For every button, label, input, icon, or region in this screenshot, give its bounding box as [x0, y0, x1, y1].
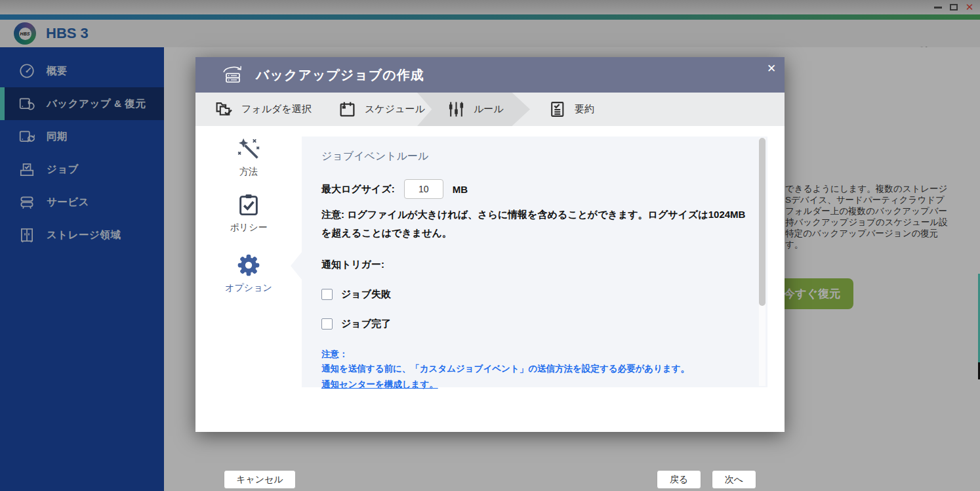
max-log-size-input[interactable] [404, 179, 443, 199]
step-label: ルール [474, 103, 504, 116]
dialog-title: バックアップジョブの作成 [256, 66, 424, 84]
dialog-header: バックアップジョブの作成 ✕ [195, 57, 785, 93]
gear-icon [237, 253, 260, 277]
checkbox-job-completed[interactable] [321, 318, 333, 330]
checkbox-row-job-failed: ジョブ失敗 [321, 288, 748, 301]
dialog-nav-label: ポリシー [195, 222, 302, 234]
dialog-nav-options[interactable]: オプション [195, 253, 302, 294]
dialog-nav-label: 方法 [195, 166, 302, 178]
folder-check-icon [215, 100, 233, 118]
max-log-size-unit: MB [453, 184, 468, 195]
calendar-icon [338, 100, 356, 118]
options-panel: ジョブイベントルール 最大ログサイズ: MB 注意: ログファイルが大きければ、… [302, 137, 767, 387]
checkbox-label: ジョブ完了 [341, 318, 391, 330]
wizard-steps: フォルダを選択 スケジュール [195, 93, 785, 126]
back-button[interactable]: 戻る [657, 470, 701, 489]
checkbox-row-job-completed: ジョブ完了 [321, 317, 748, 330]
max-log-size-row: 最大ログサイズ: MB [321, 179, 748, 199]
notice-block: 注意： 通知を送信する前に、「カスタムジョブイベント」の送信方法を設定する必要が… [321, 347, 748, 392]
step-summary[interactable]: 要約 [548, 93, 594, 126]
notification-trigger-label: 通知トリガー: [321, 259, 748, 271]
backup-job-icon [220, 64, 245, 86]
panel-notch [291, 252, 302, 280]
dialog-nav-method[interactable]: 方法 [195, 137, 302, 178]
next-button[interactable]: 次へ [712, 470, 756, 489]
magic-wand-icon [237, 137, 260, 161]
scrollbar-thumb[interactable] [759, 138, 766, 306]
summary-icon [548, 100, 566, 118]
step-schedule[interactable]: スケジュール [338, 93, 425, 126]
sliders-icon [447, 100, 465, 118]
step-label: 要約 [575, 103, 594, 116]
checkbox-job-failed[interactable] [321, 289, 333, 300]
dialog-nav-policy[interactable]: ポリシー [195, 193, 302, 234]
dialog-body: 方法 ポリシー [195, 126, 785, 432]
step-select-folder[interactable]: フォルダを選択 [215, 93, 312, 126]
step-rules-active[interactable]: ルール [417, 93, 530, 126]
notification-center-link[interactable]: 通知センターを構成します。 [321, 377, 438, 392]
panel-content: ジョブイベントルール 最大ログサイズ: MB 注意: ログファイルが大きければ、… [321, 150, 748, 392]
step-label: フォルダを選択 [241, 103, 312, 116]
notice-body: 通知を送信する前に、「カスタムジョブイベント」の送信方法を設定する必要があります… [321, 362, 748, 376]
create-backup-job-dialog: バックアップジョブの作成 ✕ フォルダを選択 [195, 57, 785, 432]
cancel-button[interactable]: キャンセル [224, 470, 296, 489]
checkbox-label: ジョブ失敗 [341, 288, 391, 301]
step-label: スケジュール [365, 103, 425, 116]
policy-clipboard-icon [237, 193, 260, 217]
panel-title: ジョブイベントルール [321, 150, 748, 163]
scrollbar [759, 138, 766, 386]
dialog-close-icon[interactable]: ✕ [764, 61, 779, 77]
max-log-size-label: 最大ログサイズ: [321, 183, 395, 196]
dialog-nav-label: オプション [195, 282, 302, 294]
log-size-note: 注意: ログファイルが大きければ、さらに情報を含めることができます。ログサイズは… [321, 205, 748, 242]
notice-title: 注意： [321, 347, 748, 362]
screen: ✕ HBS HBS 3 概要 [0, 0, 980, 491]
